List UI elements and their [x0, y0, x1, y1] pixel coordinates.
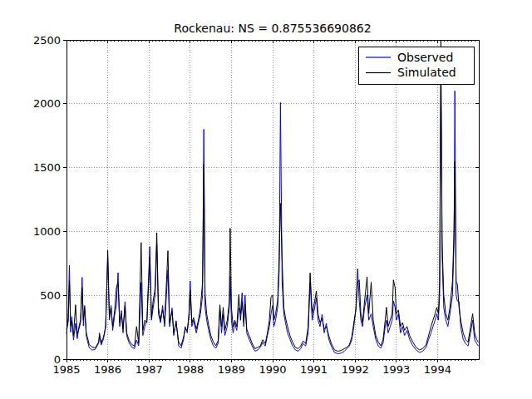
y-tick-label: 1000	[33, 225, 61, 238]
x-tick-label: 1989	[218, 363, 245, 376]
y-tick-label: 0	[54, 353, 61, 366]
y-tick-label: 2500	[33, 34, 61, 47]
x-tick-label: 1986	[94, 363, 121, 376]
y-tick-labels: 05001000150020002500	[33, 34, 61, 366]
figure: Rockenau: NS = 0.875536690862 ObservedSi…	[0, 0, 532, 399]
x-tick-label: 1991	[300, 363, 328, 376]
x-tick-label: 1990	[259, 363, 286, 376]
x-tick-label: 1992	[342, 363, 369, 376]
y-tick-label: 500	[40, 289, 61, 302]
hydrograph-plot: ObservedSimulated19851986198719881989199…	[0, 0, 532, 399]
x-tick-label: 1987	[135, 363, 163, 376]
x-tick-labels: 1985198619871988198919901991199219931994	[52, 363, 451, 376]
legend: ObservedSimulated	[358, 47, 474, 84]
legend-label-observed: Observed	[397, 51, 453, 64]
x-tick-label: 1994	[424, 363, 451, 376]
x-tick-label: 1993	[382, 363, 410, 376]
y-tick-label: 1500	[33, 161, 61, 174]
y-tick-label: 2000	[33, 97, 61, 110]
x-tick-label: 1988	[176, 363, 204, 376]
legend-label-simulated: Simulated	[397, 66, 456, 79]
